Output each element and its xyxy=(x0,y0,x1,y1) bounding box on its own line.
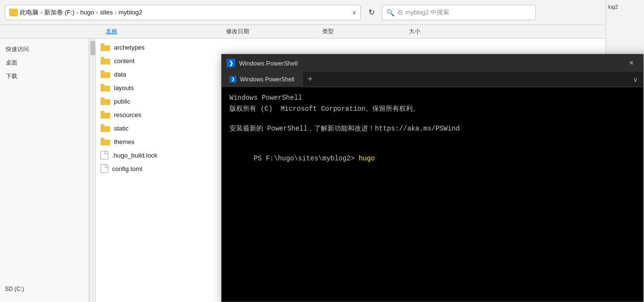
ps-line-prompt: PS F:\hugo\sites\myblog2> hugo xyxy=(229,144,635,174)
ps-line-empty2 xyxy=(229,135,635,144)
folder-name: public xyxy=(114,98,130,105)
folder-icon xyxy=(101,57,110,65)
powershell-window: ❯ Windows PowerShell × ❯ Windows PowerSh… xyxy=(221,54,644,302)
sidebar-item-desktop[interactable]: 桌面 xyxy=(0,56,88,69)
folder-name: themes xyxy=(114,138,135,145)
folder-icon xyxy=(101,70,110,78)
scrollbar[interactable]: ▲ xyxy=(89,39,96,302)
search-box[interactable]: 🔍 在 myblog2 中搜索 xyxy=(382,5,536,20)
ps-command: hugo xyxy=(359,155,375,162)
folder-archetypes[interactable]: archetypes xyxy=(96,40,644,54)
ps-line-empty xyxy=(229,115,635,124)
col-name[interactable]: 名称 xyxy=(103,27,224,36)
file-icon xyxy=(101,164,108,173)
folder-name: content xyxy=(114,57,135,65)
folder-name: archetypes xyxy=(114,44,145,51)
breadcrumb-dropdown[interactable]: ∨ xyxy=(352,9,356,16)
sidebar-item[interactable]: 快速访问 xyxy=(0,42,88,56)
file-name: .hugo_build.lock xyxy=(112,152,157,159)
ps-tab-add[interactable]: + xyxy=(303,72,318,87)
ps-line-title: Windows PowerShell xyxy=(229,93,635,103)
folder-icon xyxy=(101,124,110,132)
refresh-button[interactable]: ↻ xyxy=(365,6,378,19)
file-name: config.toml xyxy=(112,165,142,172)
folder-icon xyxy=(101,138,110,145)
ps-line-update: 安装最新的 PowerShell，了解新功能和改进！https://aka.ms… xyxy=(229,124,635,134)
folder-name: data xyxy=(114,71,126,78)
column-header: 名称 修改日期 类型 大小 xyxy=(0,25,644,39)
col-type[interactable]: 类型 xyxy=(320,27,406,36)
breadcrumb-text: 此电脑 › 新加卷 (F:) › hugo › sites › myblog2 xyxy=(20,8,142,17)
search-placeholder: 在 myblog2 中搜索 xyxy=(397,8,449,17)
folder-icon xyxy=(101,84,110,92)
ps-line-copyright: 版权所有 (C) Microsoft Corporation。保留所有权利。 xyxy=(229,104,635,114)
ps-title-bar: ❯ Windows PowerShell × xyxy=(222,54,643,72)
folder-icon xyxy=(101,43,110,51)
ps-close-button[interactable]: × xyxy=(625,56,638,70)
sidebar: 快速访问 桌面 下载 xyxy=(0,39,89,302)
folder-name: resources xyxy=(114,111,141,118)
sd-label: SD (C:) xyxy=(5,286,24,292)
scrollbar-thumb[interactable] xyxy=(90,41,95,55)
ps-tab-icon: ❯ xyxy=(229,76,236,83)
ps-tab-label: Windows PowerShell xyxy=(240,76,294,83)
folder-name: layouts xyxy=(114,84,134,92)
ps-title: Windows PowerShell xyxy=(239,60,621,67)
folder-icon xyxy=(101,111,110,118)
search-icon: 🔍 xyxy=(386,9,394,16)
folder-name: static xyxy=(114,125,128,132)
col-size[interactable]: 大小 xyxy=(406,27,455,36)
sidebar-item-download[interactable]: 下载 xyxy=(0,69,88,83)
ps-app-icon: ❯ xyxy=(227,59,235,67)
ps-tab-powershell[interactable]: ❯ Windows PowerShell xyxy=(222,72,303,87)
ps-prompt: PS F:\hugo\sites\myblog2> xyxy=(253,155,358,162)
ps-tab-bar: ❯ Windows PowerShell + ∨ xyxy=(222,72,643,87)
folder-icon xyxy=(101,97,110,105)
file-icon xyxy=(101,151,108,159)
folder-icon xyxy=(9,9,18,16)
right-panel-text: log2 xyxy=(606,0,644,13)
ps-tab-chevron[interactable]: ∨ xyxy=(628,72,643,87)
col-date[interactable]: 修改日期 xyxy=(224,27,320,36)
breadcrumb[interactable]: 此电脑 › 新加卷 (F:) › hugo › sites › myblog2 … xyxy=(5,5,361,20)
address-bar: 此电脑 › 新加卷 (F:) › hugo › sites › myblog2 … xyxy=(0,0,644,25)
ps-content: Windows PowerShell 版权所有 (C) Microsoft Co… xyxy=(222,87,643,302)
